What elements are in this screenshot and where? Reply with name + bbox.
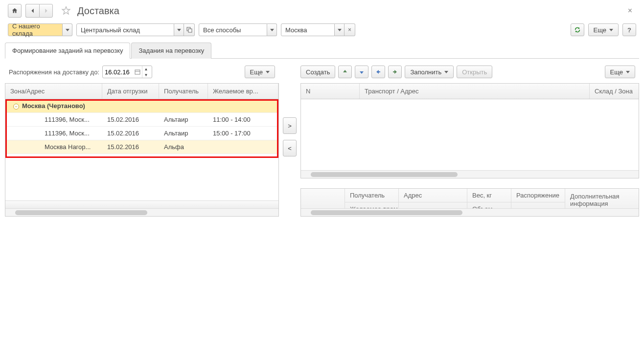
move-buttons: > < (283, 64, 297, 217)
move-right-button[interactable]: > (283, 117, 297, 134)
arrow-out-icon (375, 69, 381, 75)
calendar-icon[interactable] (133, 69, 142, 75)
home-icon (11, 7, 18, 14)
favorite-star-icon[interactable] (61, 5, 71, 16)
topbar: Доставка × (0, 0, 644, 22)
table-row[interactable]: Москва Нагор... 15.02.2016 Альфа (5, 140, 278, 154)
help-button[interactable]: ? (622, 23, 636, 36)
content: Распоряжения на доставку до: ▲▼ Еще Зона… (0, 59, 644, 221)
arrow-in-icon (392, 69, 398, 75)
warehouse-open-icon[interactable] (184, 23, 195, 36)
tasks-grid: N Транспорт / Адрес Склад / Зона (300, 83, 639, 178)
move-in-button[interactable] (388, 66, 402, 78)
group-row[interactable]: −Москва (Чертаново) (5, 99, 278, 113)
group-label: Москва (Чертаново) (22, 102, 85, 110)
left-pane: Распоряжения на доставку до: ▲▼ Еще Зона… (5, 64, 279, 217)
refresh-button[interactable] (571, 23, 584, 36)
tasks-section: Создать Заполнить Открыть Еще N Транспор… (300, 64, 639, 178)
source-value: С нашего склада (12, 22, 58, 37)
hscrollbar-detail[interactable] (301, 208, 639, 216)
date-filter[interactable]: ▲▼ (102, 66, 152, 78)
back-button[interactable] (25, 4, 39, 18)
tabs: Формирование заданий на перевозку Задани… (5, 42, 639, 59)
page-title: Доставка (77, 5, 119, 17)
city-dropdown-icon[interactable] (335, 23, 345, 36)
arrow-right-icon (43, 7, 49, 14)
detail-grid: Получатель Желаемое время Адрес Вес, кг … (300, 188, 639, 217)
move-left-button[interactable]: < (283, 140, 297, 156)
svg-rect-1 (188, 29, 192, 32)
warehouse-value: Центральный склад (81, 26, 140, 34)
city-value: Москва (285, 26, 307, 34)
footer-row (5, 200, 278, 208)
svg-rect-2 (135, 70, 140, 74)
collapse-icon[interactable]: − (13, 104, 19, 110)
left-toolbar: Распоряжения на доставку до: ▲▼ Еще (5, 64, 279, 83)
more-button-right[interactable]: Еще (605, 66, 635, 78)
orders-grid: Зона/Адрес Дата отгрузки Получатель Жела… (5, 83, 279, 217)
nav-history (25, 4, 53, 18)
right-pane: Создать Заполнить Открыть Еще N Транспор… (300, 64, 639, 217)
method-dropdown-icon[interactable] (267, 23, 277, 36)
city-clear-icon[interactable]: × (345, 23, 355, 36)
tab-formation[interactable]: Формирование заданий на перевозку (5, 43, 130, 59)
method-select[interactable]: Все способы (199, 23, 277, 36)
col-n[interactable]: N (301, 84, 360, 99)
arrow-left-icon (29, 7, 36, 14)
table-row[interactable]: 111396, Моск... 15.02.2016 Альтаир 15:00… (5, 127, 278, 140)
table-row[interactable]: 111396, Моск... 15.02.2016 Альтаир 11:00… (5, 113, 278, 127)
col-transport[interactable]: Транспорт / Адрес (360, 84, 590, 99)
arrow-up-icon (342, 69, 348, 75)
col-time[interactable]: Желаемое вр... (208, 84, 278, 99)
date-input[interactable] (105, 68, 133, 76)
fill-button[interactable]: Заполнить (405, 66, 454, 78)
col-date[interactable]: Дата отгрузки (102, 84, 159, 99)
city-select[interactable]: Москва × (281, 23, 355, 36)
open-button: Открыть (457, 66, 492, 78)
date-spinner[interactable]: ▲▼ (142, 66, 150, 78)
forward-button[interactable] (39, 4, 53, 18)
source-dropdown-icon[interactable] (63, 23, 72, 36)
arrow-down-icon (359, 69, 365, 75)
move-down-button[interactable] (355, 66, 368, 78)
warehouse-select[interactable]: Центральный склад (76, 23, 195, 36)
warehouse-dropdown-icon[interactable] (174, 23, 184, 36)
home-button[interactable] (8, 4, 22, 18)
close-button[interactable]: × (624, 4, 636, 17)
tab-tasks[interactable]: Задания на перевозку (131, 43, 211, 59)
tasks-toolbar: Создать Заполнить Открыть Еще (300, 64, 639, 83)
source-select[interactable]: С нашего склада (8, 23, 72, 36)
create-button[interactable]: Создать (300, 66, 335, 78)
move-up-button[interactable] (338, 66, 352, 78)
refresh-icon (574, 26, 581, 33)
col-warehouse[interactable]: Склад / Зона (590, 84, 639, 99)
more-button-left[interactable]: Еще (245, 66, 275, 78)
filter-toolbar: С нашего склада Центральный склад Все сп… (0, 22, 644, 42)
move-out-button[interactable] (371, 66, 385, 78)
hscrollbar-left[interactable] (5, 208, 278, 216)
orders-grid-header: Зона/Адрес Дата отгрузки Получатель Жела… (5, 84, 278, 99)
more-button-top[interactable]: Еще (588, 23, 619, 36)
col-zone[interactable]: Зона/Адрес (5, 84, 102, 99)
orders-grid-body: −Москва (Чертаново) 111396, Моск... 15.0… (5, 99, 278, 154)
method-value: Все способы (203, 26, 241, 34)
hscrollbar-tasks[interactable] (301, 170, 639, 178)
date-filter-label: Распоряжения на доставку до: (9, 68, 99, 76)
col-recipient[interactable]: Получатель (159, 84, 208, 99)
tasks-grid-header: N Транспорт / Адрес Склад / Зона (301, 84, 639, 99)
